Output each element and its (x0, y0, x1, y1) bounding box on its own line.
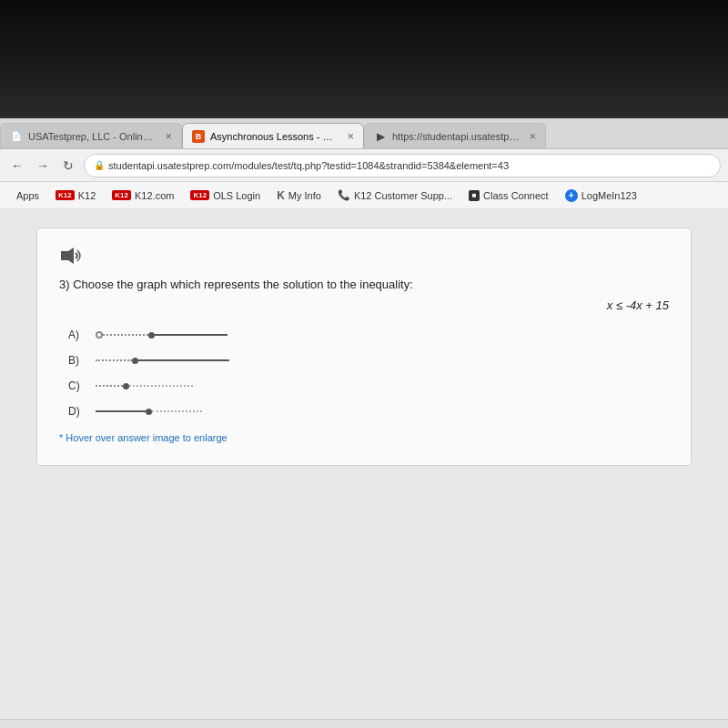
bookmarks-bar: Apps K12 K12 K12 K12.com K12 OLS Login K… (0, 182, 728, 209)
dotted-right-c (129, 385, 193, 387)
tab-usatestprep-label: USATestprep, LLC - Online State-... (28, 131, 156, 142)
bookmark-olslogin[interactable]: K12 OLS Login (183, 188, 268, 203)
lock-icon: 🔒 (94, 160, 105, 170)
bookmark-k12support-label: K12 Customer Supp... (354, 190, 452, 201)
bookmark-k12com-label: K12.com (135, 190, 174, 201)
solid-left-d (96, 410, 146, 412)
k12-icon: K12 (56, 190, 75, 200)
answer-choices: A) B) (68, 329, 669, 418)
k12com-icon: K12 (112, 190, 131, 200)
tab-usatestprep[interactable]: 📄 USATestprep, LLC - Online State-... × (0, 123, 182, 148)
answer-row-c[interactable]: C) (68, 379, 669, 392)
filled-circle-a (148, 332, 155, 339)
forward-button[interactable]: → (33, 156, 53, 176)
tab-async-label: Asynchronous Lessons - Summit (210, 131, 338, 142)
tab-https-favicon: ▶ (374, 130, 387, 143)
number-line-c (96, 380, 193, 391)
number-line-b (96, 355, 229, 366)
open-circle-a (96, 331, 103, 339)
k12support-icon: 📞 (338, 189, 350, 201)
myinfo-icon: K (277, 189, 285, 202)
answer-row-a[interactable]: A) (68, 329, 669, 341)
tab-usatestprep-favicon: 📄 (10, 130, 23, 143)
bookmark-k12com[interactable]: K12 K12.com (105, 188, 181, 203)
number-line-d (96, 406, 202, 417)
question-text: 3) Choose the graph which represents the… (59, 278, 669, 291)
answer-label-a: A) (68, 329, 86, 341)
answer-row-b[interactable]: B) (68, 354, 669, 367)
bookmark-apps[interactable]: Apps (9, 188, 46, 203)
bookmark-k12[interactable]: K12 K12 (48, 188, 103, 203)
solid-right-a (155, 334, 228, 336)
number-line-a (96, 329, 228, 340)
tab-async-favicon: B (192, 130, 205, 143)
filled-circle-d (146, 409, 152, 415)
bookmark-myinfo[interactable]: K My Info (269, 187, 329, 204)
refresh-button[interactable]: ↻ (58, 156, 78, 176)
dotted-left-c (96, 385, 123, 387)
address-bar[interactable]: 🔒 studentapi.usatestprep.com/modules/tes… (84, 154, 721, 177)
audio-icon[interactable] (59, 247, 669, 268)
answer-label-c: C) (68, 379, 86, 392)
bookmark-classconnect[interactable]: ■ Class Connect (461, 188, 556, 203)
back-button[interactable]: ← (7, 156, 27, 176)
bookmark-olslogin-label: OLS Login (213, 190, 260, 201)
question-body: Choose the graph which represents the so… (73, 278, 413, 291)
solid-right-b (138, 359, 229, 361)
tab-https-label: https://studentapi.usatestprep.co (392, 131, 520, 142)
bookmark-myinfo-label: My Info (288, 190, 321, 201)
filled-circle-b (132, 358, 138, 364)
question-card: 3) Choose the graph which represents the… (36, 228, 692, 466)
logmein-icon: + (565, 189, 578, 202)
tab-bar: 📄 USATestprep, LLC - Online State-... × … (0, 118, 728, 149)
dotted-left-a (103, 334, 148, 336)
answer-row-d[interactable]: D) (68, 405, 669, 418)
filled-circle-c (123, 383, 129, 389)
bookmark-classconnect-label: Class Connect (483, 190, 549, 201)
olslogin-icon: K12 (190, 190, 209, 200)
answer-label-b: B) (68, 354, 86, 367)
dotted-right-d (152, 410, 202, 412)
classconnect-icon: ■ (469, 190, 480, 201)
bookmark-apps-label: Apps (16, 190, 39, 201)
url-text: studentapi.usatestprep.com/modules/test/… (108, 160, 509, 171)
bottom-bar (0, 719, 728, 728)
tab-https[interactable]: ▶ https://studentapi.usatestprep.co × (364, 123, 546, 148)
browser-window: 📄 USATestprep, LLC - Online State-... × … (0, 118, 728, 728)
bookmark-logmein-label: LogMeIn123 (581, 190, 637, 201)
bookmark-logmein[interactable]: + LogMeIn123 (558, 187, 644, 204)
page-content: 3) Choose the graph which represents the… (0, 209, 728, 719)
desk-background (0, 0, 728, 118)
tab-https-close[interactable]: × (529, 129, 536, 143)
dotted-left-b (96, 359, 132, 361)
inequality-expression: x ≤ -4x + 15 (59, 298, 669, 312)
tab-async[interactable]: B Asynchronous Lessons - Summit × (182, 123, 364, 148)
tab-async-close[interactable]: × (347, 129, 354, 143)
address-bar-row: ← → ↻ 🔒 studentapi.usatestprep.com/modul… (0, 149, 728, 182)
answer-label-d: D) (68, 405, 86, 418)
bookmark-k12-label: K12 (78, 190, 96, 201)
bookmark-k12support[interactable]: 📞 K12 Customer Supp... (330, 187, 460, 203)
hover-hint: * Hover over answer image to enlarge (59, 432, 669, 443)
tab-usatestprep-close[interactable]: × (165, 129, 172, 143)
svg-marker-0 (61, 248, 74, 264)
